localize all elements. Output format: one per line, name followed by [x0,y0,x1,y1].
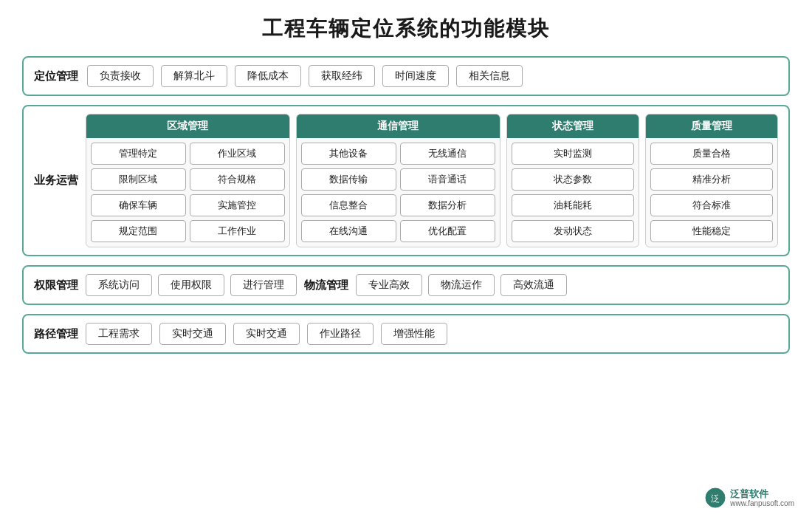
zhuangtai-subsection: 状态管理 实时监测 状态参数 油耗能耗 发动状态 [506,114,639,247]
dingwei-row: 定位管理 负责接收 解算北斗 降低成本 获取经纬 时间速度 相关信息 [34,65,778,87]
zhuangtai-item-2: 油耗能耗 [512,194,634,216]
quanxian-row: 权限管理 系统访问 使用权限 进行管理 物流管理 专业高效 物流运作 高效流通 [34,274,778,296]
zhiliang-item-0: 质量合格 [650,143,773,165]
zhuangtai-item-0: 实时监测 [512,143,634,165]
quanxian-tag-5: 高效流通 [500,274,567,296]
quanxian-section: 权限管理 系统访问 使用权限 进行管理 物流管理 专业高效 物流运作 高效流通 [22,265,790,305]
yewu-label: 业务运营 [34,114,78,247]
quyu-item-7: 工作作业 [190,220,285,242]
quyu-header: 区域管理 [86,114,289,138]
lujing-tag-1: 实时交通 [159,323,226,345]
zhiliang-body: 质量合格 精准分析 符合标准 性能稳定 [646,138,777,247]
yewu-grid: 区域管理 管理特定 作业区域 限制区域 符合规格 确保车辆 实施管控 规定范围 … [86,114,778,247]
tongxin-item-0: 其他设备 [301,143,396,165]
quanxian-label: 权限管理 [34,278,78,292]
lujing-tags: 工程需求 实时交通 实时交通 作业路径 增强性能 [86,323,447,345]
tongxin-subsection: 通信管理 其他设备 无线通信 数据传输 语音通话 信息整合 数据分析 在线沟通 … [296,114,500,247]
lujing-tag-4: 增强性能 [381,323,447,345]
dingwei-label: 定位管理 [34,69,78,83]
dingwei-tag-3: 获取经纬 [309,65,375,87]
zhiliang-subsection: 质量管理 质量合格 精准分析 符合标准 性能稳定 [645,114,778,247]
yewu-box: 业务运营 区域管理 管理特定 作业区域 限制区域 符合规格 确保车辆 实施管控 … [34,114,778,247]
tongxin-item-6: 在线沟通 [301,220,396,242]
zhiliang-item-2: 符合标准 [650,194,773,216]
quyu-item-2: 限制区域 [91,168,186,191]
yewu-section: 业务运营 区域管理 管理特定 作业区域 限制区域 符合规格 确保车辆 实施管控 … [22,105,790,256]
page-title: 工程车辆定位系统的功能模块 [262,15,550,43]
tongxin-item-1: 无线通信 [400,143,495,165]
logo-icon: 泛 [705,487,726,508]
dingwei-tag-5: 相关信息 [456,65,523,87]
logo-text-block: 泛普软件 www.fanpusoft.com [730,488,794,508]
quyu-subsection: 区域管理 管理特定 作业区域 限制区域 符合规格 确保车辆 实施管控 规定范围 … [86,114,290,247]
zhuangtai-body: 实时监测 状态参数 油耗能耗 发动状态 [507,138,639,247]
tongxin-body: 其他设备 无线通信 数据传输 语音通话 信息整合 数据分析 在线沟通 优化配置 [297,138,500,247]
lujing-label: 路径管理 [34,327,78,341]
quyu-item-4: 确保车辆 [91,194,186,216]
lujing-tag-3: 作业路径 [307,323,374,345]
lujing-tag-2: 实时交通 [233,323,300,345]
quanxian-tag-0: 系统访问 [86,274,152,296]
tongxin-item-7: 优化配置 [400,220,495,242]
quanxian-group1: 系统访问 使用权限 进行管理 [86,274,297,296]
tongxin-item-4: 信息整合 [301,194,396,216]
quanxian-tag-1: 使用权限 [158,274,224,296]
lujing-row: 路径管理 工程需求 实时交通 实时交通 作业路径 增强性能 [34,323,778,345]
zhuangtai-header: 状态管理 [507,114,639,138]
svg-text:泛: 泛 [711,493,720,504]
tongxin-item-3: 语音通话 [400,168,495,191]
quyu-body: 管理特定 作业区域 限制区域 符合规格 确保车辆 实施管控 规定范围 工作作业 [86,138,289,247]
quanxian-tag-2: 进行管理 [230,274,297,296]
dingwei-tag-1: 解算北斗 [161,65,227,87]
logo-url: www.fanpusoft.com [730,499,794,507]
dingwei-tag-0: 负责接收 [87,65,154,87]
tongxin-item-5: 数据分析 [400,194,495,216]
zhuangtai-item-3: 发动状态 [512,220,634,242]
footer-logo: 泛 泛普软件 www.fanpusoft.com [705,487,794,508]
quyu-item-5: 实施管控 [190,194,285,216]
zhiliang-item-3: 性能稳定 [650,220,773,242]
dingwei-tag-2: 降低成本 [235,65,301,87]
zhuangtai-item-1: 状态参数 [512,168,634,191]
logo-name: 泛普软件 [730,488,794,500]
quyu-item-1: 作业区域 [190,143,285,165]
zhiliang-header: 质量管理 [646,114,777,138]
wuliu-label: 物流管理 [304,278,348,292]
tongxin-item-2: 数据传输 [301,168,396,191]
lujing-tag-0: 工程需求 [86,323,152,345]
quanxian-group2: 专业高效 物流运作 高效流通 [356,274,567,296]
dingwei-tags: 负责接收 解算北斗 降低成本 获取经纬 时间速度 相关信息 [87,65,523,87]
tongxin-header: 通信管理 [297,114,500,138]
zhiliang-item-1: 精准分析 [650,168,773,191]
quyu-item-6: 规定范围 [91,220,186,242]
lujing-section: 路径管理 工程需求 实时交通 实时交通 作业路径 增强性能 [22,314,790,354]
quyu-item-3: 符合规格 [190,168,285,191]
quanxian-tag-3: 专业高效 [356,274,422,296]
quanxian-tag-4: 物流运作 [428,274,495,296]
dingwei-tag-4: 时间速度 [382,65,449,87]
dingwei-section: 定位管理 负责接收 解算北斗 降低成本 获取经纬 时间速度 相关信息 [22,56,790,96]
quyu-item-0: 管理特定 [91,143,186,165]
